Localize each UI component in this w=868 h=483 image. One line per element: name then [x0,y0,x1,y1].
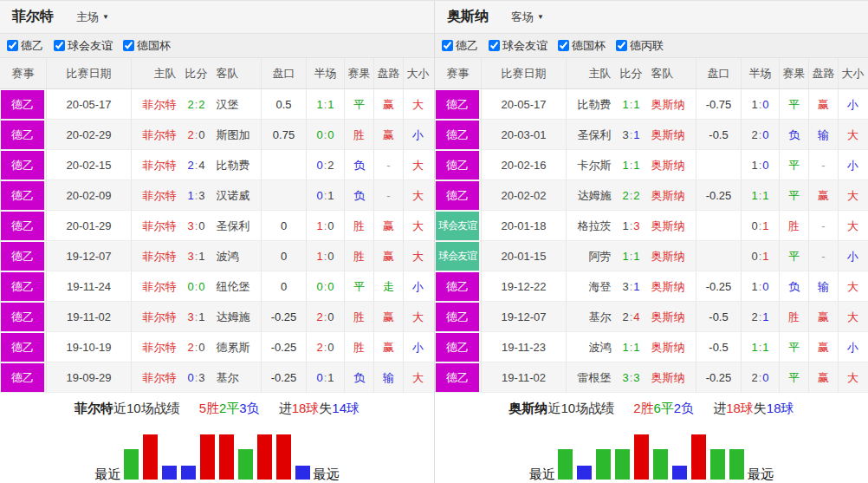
overunder-value: 大 [839,180,867,211]
ht-away: 1 [762,189,768,202]
summary-goals: 进18球失14球 [279,401,360,417]
ht-home: 1 [751,280,757,293]
result-value: 平 [780,150,809,180]
home-team: 菲尔特 [132,158,178,173]
league-badge: 德乙 [1,121,44,149]
ht-away: 0 [327,341,334,354]
handicap-value: 0 [262,241,307,271]
ht-away: 0 [762,98,768,111]
score-home: 0 [187,371,193,384]
col-home: 主队 [132,66,178,82]
goals-segment: 进 [279,401,292,415]
handicap-value: -0.25 [262,302,307,332]
col-match-group: 主队比分客队 [567,66,696,82]
league-badge: 球会友谊 [436,212,479,240]
match-row: 德乙19-11-02菲尔特3:1达姆施-0.252:0胜赢大 [0,302,434,332]
league-badge: 德乙 [436,181,479,210]
filter-checkbox-item[interactable]: 德丙联 [616,38,664,54]
filter-checkbox[interactable] [489,40,500,51]
away-team: 奥斯纳 [650,370,696,386]
filter-checkbox-item[interactable]: 德国杯 [123,38,171,54]
col-away: 客队 [215,66,262,82]
score-away: 1 [633,98,639,111]
league-filter-bar: 德乙球会友谊德国杯 [0,34,434,58]
venue-dropdown[interactable]: 客场▼ [511,10,544,25]
ht-away: 0 [762,159,768,172]
record-segment: 5胜 [199,401,219,415]
handicap-result-value: 赢 [809,302,839,332]
half-time-score: 1:1 [742,332,780,362]
ht-home: 1 [751,98,757,111]
league-badge: 德乙 [436,90,479,119]
filter-checkbox[interactable] [123,40,134,51]
half-time-score: 0:1 [307,180,345,211]
league-badge: 德乙 [1,363,44,392]
summary-label: 近10场战绩 [547,401,614,415]
handicap-result-value: 赢 [374,120,404,150]
full-time-score: 1:3 [613,219,650,232]
handicap-value: -0.25 [262,362,307,393]
team-name: 菲尔特 [12,8,54,26]
full-time-score: 1:3 [178,189,215,202]
summary-title: 奥斯纳近10场战绩 [508,401,614,417]
full-time-score: 2:4 [613,310,650,323]
home-team: 菲尔特 [132,188,178,204]
league-badge: 德乙 [436,303,479,331]
score-away: 0 [198,219,204,232]
half-time-score: 1:0 [307,211,345,241]
handicap-value: 0.75 [262,120,307,150]
full-time-score: 2:0 [178,341,215,354]
full-time-score: 1:1 [613,159,650,172]
home-team: 菲尔特 [132,127,178,143]
home-team: 达姆施 [567,188,613,204]
filter-checkbox-item[interactable]: 球会友谊 [489,38,547,54]
filter-checkbox[interactable] [7,40,18,51]
result-value: 负 [780,271,809,302]
filter-checkbox[interactable] [54,40,65,51]
summary-record: 5胜2平3负 [199,401,260,417]
venue-dropdown[interactable]: 主场▼ [76,10,109,25]
result-bar-loss [672,466,687,480]
filter-checkbox-item[interactable]: 德乙 [442,38,478,54]
overunder-value: 大 [839,271,867,302]
score-home: 2 [187,341,193,354]
score-home: 3 [187,310,193,323]
home-team: 菲尔特 [132,310,178,325]
result-value: 胜 [780,302,809,332]
full-time-score: 2:4 [178,159,215,172]
home-team: 基尔 [567,310,613,325]
col-result: 赛果 [345,58,374,88]
filter-label: 德丙联 [630,38,664,54]
filter-checkbox-item[interactable]: 德国杯 [558,38,606,54]
filter-label: 球会友谊 [502,38,547,54]
result-bar-draw [124,449,139,480]
goals-segment: 进 [713,401,726,415]
filter-checkbox[interactable] [616,40,627,51]
score-home: 2 [622,189,628,202]
dual-team-stats: 菲尔特主场▼德乙球会友谊德国杯赛事比赛日期主队比分客队盘口半场赛果盘路大小德乙2… [0,0,868,483]
filter-checkbox[interactable] [558,40,569,51]
result-value: 平 [345,89,374,120]
score-home: 2 [187,128,193,141]
score-away: 1 [633,341,639,354]
summary-team: 菲尔特 [74,401,113,415]
half-time-score: 0:2 [307,150,345,180]
away-team: 德累斯 [215,340,262,356]
league-badge: 德乙 [1,333,44,362]
table-body: 德乙20-05-17菲尔特2:2汉堡0.51:1平赢大德乙20-02-29菲尔特… [0,89,434,393]
filter-checkbox[interactable] [442,40,453,51]
panel-home-team: 菲尔特主场▼德乙球会友谊德国杯赛事比赛日期主队比分客队盘口半场赛果盘路大小德乙2… [0,1,434,483]
home-team: 圣保利 [567,127,613,143]
overunder-value: 大 [839,120,867,150]
match-row: 德乙20-02-02达姆施2:2奥斯纳-0.251:1平赢大 [435,180,868,211]
filter-checkbox-item[interactable]: 德乙 [7,38,43,54]
home-team: 格拉茨 [567,219,613,234]
filter-checkbox-item[interactable]: 球会友谊 [54,38,113,54]
score-away: 4 [198,159,204,172]
match-date: 19-11-23 [482,332,567,362]
handicap-result-value: 输 [374,362,404,393]
score-away: 3 [633,219,639,232]
match-row: 德乙19-10-19菲尔特2:0德累斯-0.252:0胜赢小 [0,332,434,362]
away-team: 斯图加 [215,127,262,143]
match-row: 德乙19-11-02雷根堡3:3奥斯纳-0.252:0平赢大 [435,362,868,393]
